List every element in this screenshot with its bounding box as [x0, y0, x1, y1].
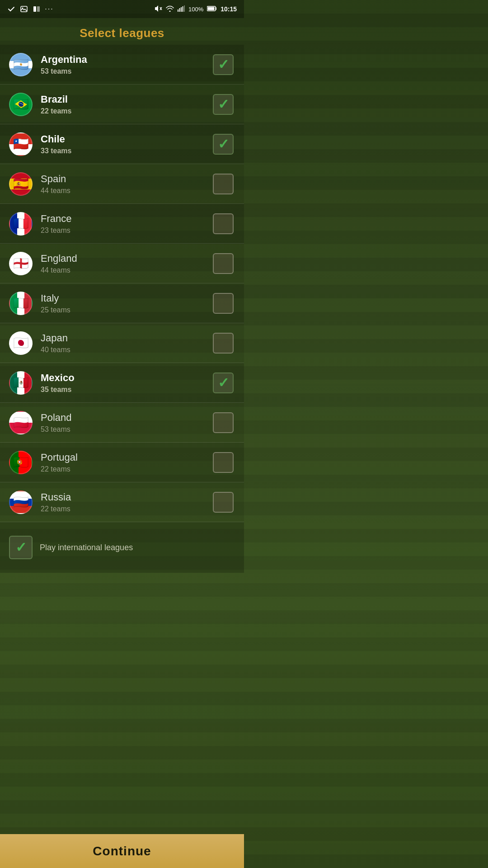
more-icon: ···	[45, 5, 53, 13]
flag-brazil: 🇧🇷	[9, 93, 33, 116]
league-info-italy: Italy 25 teams	[41, 292, 211, 314]
league-info-france: France 23 teams	[41, 213, 211, 235]
league-list: 🇦🇷 Argentina 53 teams ✓ 🇧🇷 Brazil 22 tea…	[0, 45, 244, 522]
international-row[interactable]: ✓ Play international leagues	[9, 531, 235, 564]
svg-rect-8	[181, 7, 182, 12]
svg-rect-2	[33, 6, 36, 12]
league-teams-chile: 33 teams	[41, 147, 211, 155]
league-info-england: England 44 teams	[41, 253, 211, 274]
league-name-argentina: Argentina	[41, 54, 211, 66]
league-item-russia[interactable]: 🇷🇺 Russia 22 teams	[0, 482, 244, 522]
checkbox-spain[interactable]	[213, 174, 234, 194]
checkbox-container-france[interactable]	[211, 212, 235, 236]
league-item-france[interactable]: 🇫🇷 France 23 teams	[0, 204, 244, 244]
checkbox-container-poland[interactable]	[211, 411, 235, 434]
league-name-japan: Japan	[41, 332, 211, 344]
checkbox-brazil[interactable]: ✓	[213, 94, 234, 115]
league-item-japan[interactable]: 🇯🇵 Japan 40 teams	[0, 323, 244, 363]
league-item-england[interactable]: 🏴󠁧󠁢󠁥󠁮󠁧󠁿 England 44 teams	[0, 244, 244, 283]
checkbox-chile[interactable]: ✓	[213, 134, 234, 155]
status-right-info: 100% 10:15	[154, 5, 237, 14]
league-item-chile[interactable]: 🇨🇱 Chile 33 teams ✓	[0, 124, 244, 164]
league-teams-brazil: 22 teams	[41, 107, 211, 115]
checkbox-england[interactable]	[213, 253, 234, 274]
svg-rect-12	[208, 7, 215, 10]
league-item-mexico[interactable]: 🇲🇽 Mexico 35 teams ✓	[0, 363, 244, 403]
flag-japan: 🇯🇵	[9, 331, 33, 355]
checkbox-russia[interactable]	[213, 492, 234, 513]
flag-russia: 🇷🇺	[9, 491, 33, 514]
checkbox-container-russia[interactable]	[211, 491, 235, 514]
league-info-mexico: Mexico 35 teams	[41, 372, 211, 394]
flag-portugal: 🇵🇹	[9, 451, 33, 474]
league-name-chile: Chile	[41, 133, 211, 145]
svg-rect-3	[37, 6, 40, 12]
league-teams-argentina: 53 teams	[41, 67, 211, 75]
checkmark-mexico: ✓	[218, 376, 229, 390]
wifi-icon	[166, 5, 174, 13]
league-name-mexico: Mexico	[41, 372, 211, 384]
checkbox-france[interactable]	[213, 213, 234, 234]
battery-icon	[207, 6, 217, 13]
league-name-england: England	[41, 253, 211, 264]
league-item-argentina[interactable]: 🇦🇷 Argentina 53 teams ✓	[0, 45, 244, 85]
checkbox-container-mexico[interactable]: ✓	[211, 371, 235, 395]
league-info-japan: Japan 40 teams	[41, 332, 211, 354]
league-name-france: France	[41, 213, 211, 225]
league-name-brazil: Brazil	[41, 94, 211, 105]
flag-poland: 🇵🇱	[9, 411, 33, 434]
checkbox-container-spain[interactable]	[211, 172, 235, 196]
flag-france: 🇫🇷	[9, 212, 33, 236]
clock: 10:15	[221, 5, 237, 13]
league-item-spain[interactable]: 🇪🇸 Spain 44 teams	[0, 164, 244, 204]
league-teams-england: 44 teams	[41, 266, 211, 274]
checkmark-brazil: ✓	[218, 98, 229, 111]
checkbox-portugal[interactable]	[213, 452, 234, 473]
checkbox-japan[interactable]	[213, 333, 234, 354]
checkbox-container-italy[interactable]	[211, 292, 235, 315]
checkbox-mexico[interactable]: ✓	[213, 373, 234, 393]
svg-rect-10	[184, 5, 185, 12]
checkbox-argentina[interactable]: ✓	[213, 54, 234, 75]
flag-spain: 🇪🇸	[9, 172, 33, 196]
image-icon	[20, 5, 28, 13]
league-item-poland[interactable]: 🇵🇱 Poland 53 teams	[0, 403, 244, 443]
league-teams-mexico: 35 teams	[41, 386, 211, 394]
checkbox-container-argentina[interactable]: ✓	[211, 53, 235, 76]
intl-checkmark: ✓	[15, 541, 27, 554]
international-label: Play international leagues	[40, 543, 133, 552]
checkbox-container-chile[interactable]: ✓	[211, 132, 235, 156]
league-teams-france: 23 teams	[41, 226, 211, 235]
flag-england: 🏴󠁧󠁢󠁥󠁮󠁧󠁿	[9, 252, 33, 275]
checkmark-chile: ✓	[218, 137, 229, 151]
bottom-section: ✓ Play international leagues	[0, 522, 244, 573]
league-name-poland: Poland	[41, 412, 211, 424]
checkmark-argentina: ✓	[218, 58, 229, 71]
league-teams-russia: 22 teams	[41, 505, 211, 513]
checkbox-container-portugal[interactable]	[211, 451, 235, 474]
league-item-italy[interactable]: 🇮🇹 Italy 25 teams	[0, 283, 244, 323]
checkbox-poland[interactable]	[213, 412, 234, 433]
league-teams-italy: 25 teams	[41, 306, 211, 314]
checkbox-container-england[interactable]	[211, 252, 235, 275]
flag-mexico: 🇲🇽	[9, 371, 33, 395]
league-teams-poland: 53 teams	[41, 425, 211, 434]
international-checkbox[interactable]: ✓	[9, 536, 33, 559]
checkbox-container-brazil[interactable]: ✓	[211, 93, 235, 116]
league-name-spain: Spain	[41, 173, 211, 185]
league-teams-japan: 40 teams	[41, 346, 211, 354]
signal-icon	[178, 5, 185, 13]
checkbox-italy[interactable]	[213, 293, 234, 314]
svg-rect-6	[178, 9, 178, 12]
league-info-chile: Chile 33 teams	[41, 133, 211, 155]
league-item-brazil[interactable]: 🇧🇷 Brazil 22 teams ✓	[0, 85, 244, 124]
checkbox-container-japan[interactable]	[211, 331, 235, 355]
league-info-portugal: Portugal 22 teams	[41, 452, 211, 473]
league-info-russia: Russia 22 teams	[41, 491, 211, 513]
flip-icon	[33, 5, 41, 13]
league-info-poland: Poland 53 teams	[41, 412, 211, 434]
league-item-portugal[interactable]: 🇵🇹 Portugal 22 teams	[0, 443, 244, 482]
league-info-brazil: Brazil 22 teams	[41, 94, 211, 115]
league-info-argentina: Argentina 53 teams	[41, 54, 211, 75]
league-teams-spain: 44 teams	[41, 187, 211, 195]
